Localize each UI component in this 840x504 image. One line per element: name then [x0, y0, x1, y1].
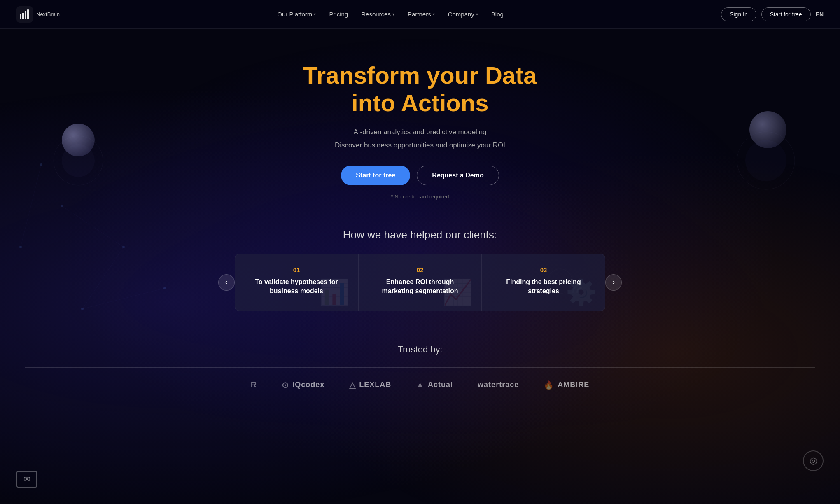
cards-carousel: ‹ 01 To validate hypotheses for business… [0, 254, 840, 311]
brand-name: NextBrain [36, 11, 60, 17]
card-number-2: 02 [370, 266, 470, 273]
logo-actual: ▲ Actual [416, 380, 453, 390]
client-card-2[interactable]: 02 Enhance ROI through marketing segment… [358, 254, 482, 311]
carousel-next-button[interactable]: › [605, 274, 622, 291]
trusted-section: Trusted by: R ⊙ iQcodex △ LEXLAB ▲ Actua… [0, 328, 840, 398]
logo-r: R [251, 380, 257, 390]
logo-text-iqcodex: iQcodex [292, 380, 324, 389]
clients-section: How we have helped our clients: ‹ 01 To … [0, 220, 840, 328]
navbar-actions: Sign In Start for free EN [721, 7, 824, 21]
nav-item-pricing[interactable]: Pricing [329, 11, 348, 18]
logo-lexlab: △ LEXLAB [349, 380, 391, 390]
logo-iqcodex: ⊙ iQcodex [282, 380, 324, 390]
logo-symbol-lexlab: △ [349, 380, 356, 390]
card-number-1: 01 [247, 266, 346, 273]
svg-rect-18 [20, 14, 21, 19]
trusted-title: Trusted by: [25, 344, 815, 355]
start-free-button[interactable]: Start for free [341, 166, 410, 185]
company-chevron-icon: ▾ [476, 12, 478, 16]
nav-item-resources[interactable]: Resources ▾ [361, 11, 394, 18]
platform-chevron-icon: ▾ [314, 12, 316, 16]
nav-item-company[interactable]: Company ▾ [448, 11, 478, 18]
card-bg-icon-1: 📊 [319, 278, 350, 307]
no-credit-text: * No credit card required [8, 194, 832, 200]
logo-text-actual: Actual [428, 380, 453, 389]
navbar-brand[interactable]: NextBrain [16, 6, 60, 23]
brand-logo-icon [16, 6, 33, 23]
logo-symbol-r: R [251, 380, 257, 390]
carousel-prev-button[interactable]: ‹ [218, 274, 235, 291]
svg-rect-20 [25, 11, 26, 19]
language-selector[interactable]: EN [816, 11, 824, 18]
logo-symbol-iqcodex: ⊙ [282, 380, 289, 390]
logo-symbol-ambire: 🔥 [544, 380, 554, 390]
partners-chevron-icon: ▾ [433, 12, 435, 16]
start-free-nav-button[interactable]: Start for free [761, 7, 811, 21]
hero-buttons: Start for free Request a Demo [8, 166, 832, 185]
clients-section-title: How we have helped our clients: [0, 229, 840, 241]
resources-chevron-icon: ▾ [392, 12, 394, 16]
signin-button[interactable]: Sign In [721, 7, 756, 21]
nav-item-platform[interactable]: Our Platform ▾ [277, 11, 316, 18]
target-icon-bottom-right: ◎ [803, 450, 824, 471]
cards-row: 01 To validate hypotheses for business m… [235, 254, 605, 311]
logo-watertrace: watertrace [478, 380, 519, 389]
logo-text-ambire: AMBIRE [558, 380, 589, 389]
card-bg-icon-2: 📈 [442, 278, 473, 307]
nav-links: Our Platform ▾ Pricing Resources ▾ Partn… [277, 11, 504, 18]
svg-rect-21 [27, 9, 29, 19]
navbar: NextBrain Our Platform ▾ Pricing Resourc… [0, 0, 840, 29]
trusted-logos: R ⊙ iQcodex △ LEXLAB ▲ Actual watertrace… [25, 380, 815, 390]
card-bg-icon-3: ⚙️ [566, 278, 597, 307]
email-icon-bottom-left: ✉ [16, 471, 37, 488]
logo-ambire: 🔥 AMBIRE [544, 380, 589, 390]
client-card-3[interactable]: 03 Finding the best pricing strategies ⚙… [482, 254, 605, 311]
nav-item-blog[interactable]: Blog [491, 11, 504, 18]
card-number-3: 03 [494, 266, 593, 273]
logo-text-lexlab: LEXLAB [359, 380, 391, 389]
svg-rect-19 [22, 13, 24, 19]
hero-subtitle: AI-driven analytics and predictive model… [8, 126, 832, 150]
logo-text-watertrace: watertrace [478, 380, 519, 389]
trusted-divider [25, 367, 815, 368]
request-demo-button[interactable]: Request a Demo [417, 166, 499, 185]
logo-symbol-actual: ▲ [416, 380, 425, 390]
hero-title: Transform your Data into Actions [8, 62, 832, 117]
client-card-1[interactable]: 01 To validate hypotheses for business m… [235, 254, 358, 311]
nav-item-partners[interactable]: Partners ▾ [408, 11, 435, 18]
hero-section: Transform your Data into Actions AI-driv… [0, 29, 840, 220]
